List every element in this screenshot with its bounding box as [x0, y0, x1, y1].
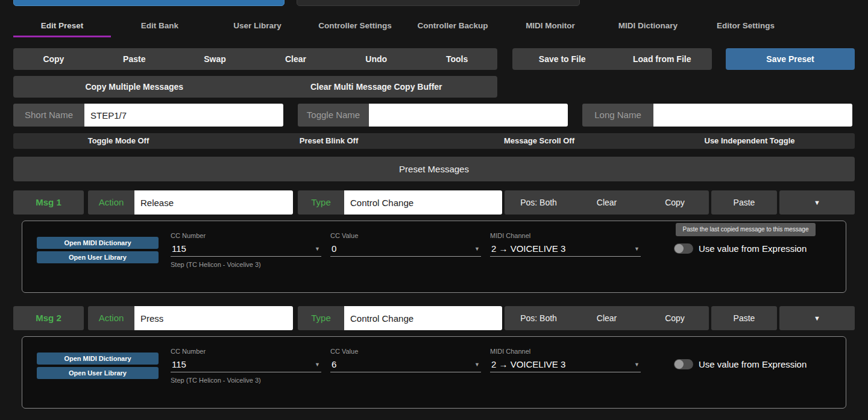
- msg2-expand-button[interactable]: ▼: [779, 306, 855, 330]
- msg1-action-group: Action: [88, 190, 293, 215]
- tab-editor-settings[interactable]: Editor Settings: [697, 16, 794, 37]
- msg1-open-midi-dictionary-button[interactable]: Open MIDI Dictionary: [37, 237, 159, 249]
- msg2-midi-channel-dropdown[interactable]: 2 → VOICELIVE 3 ▼: [490, 357, 641, 372]
- msg2-cc-number-field: CC Number 115 ▼ Step (TC Helicon - Voice…: [171, 348, 321, 384]
- cc-number-caption: Step (TC Helicon - Voicelive 3): [171, 261, 321, 268]
- cc-value-label: CC Value: [330, 232, 481, 239]
- msg2-cc-value-dropdown[interactable]: 6 ▼: [330, 357, 481, 372]
- swap-button[interactable]: Swap: [175, 48, 256, 70]
- preset-messages-header: Preset Messages: [13, 157, 855, 181]
- independent-toggle-button[interactable]: Use Independent Toggle: [644, 133, 855, 149]
- editor-window: Edit Preset Edit Bank User Library Contr…: [0, 0, 868, 420]
- msg2-type-label: Type: [298, 306, 344, 330]
- tab-controller-settings[interactable]: Controller Settings: [306, 16, 404, 37]
- msg1-expression-toggle[interactable]: [674, 243, 693, 254]
- msg2-cc-number-dropdown[interactable]: 115 ▼: [171, 357, 321, 372]
- undo-button[interactable]: Undo: [336, 48, 417, 70]
- msg1-open-user-library-button[interactable]: Open User Library: [37, 251, 159, 263]
- msg1-cc-number-field: CC Number 115 ▼ Step (TC Helicon - Voice…: [171, 232, 321, 268]
- msg1-clear-button[interactable]: Clear: [573, 190, 641, 215]
- msg2-actions-bar: Pos: Both Clear Copy: [505, 306, 709, 330]
- partial-top-blue-button[interactable]: [13, 0, 285, 6]
- save-to-file-button[interactable]: Save to File: [512, 48, 612, 70]
- cc-number-caption: Step (TC Helicon - Voicelive 3): [171, 377, 321, 384]
- msg1-cc-value-dropdown[interactable]: 0 ▼: [330, 241, 481, 257]
- msg2-copy-button[interactable]: Copy: [641, 306, 709, 330]
- name-fields-row: Short Name Toggle Name Long Name: [13, 104, 855, 127]
- toggle-name-input[interactable]: [369, 104, 568, 127]
- msg2-expression-toggle[interactable]: [674, 359, 693, 369]
- message-2-detail-panel: Open MIDI Dictionary Open User Library C…: [22, 336, 846, 409]
- msg2-open-user-library-button[interactable]: Open User Library: [37, 367, 159, 379]
- msg2-open-midi-dictionary-button[interactable]: Open MIDI Dictionary: [37, 353, 159, 365]
- copy-button[interactable]: Copy: [13, 48, 94, 70]
- cc-number-label: CC Number: [171, 232, 321, 239]
- dropdown-caret-icon: ▼: [315, 357, 320, 372]
- msg2-type-input[interactable]: [344, 306, 502, 330]
- expression-toggle-label: Use value from Expression: [699, 243, 807, 255]
- toggle-mode-button[interactable]: Toggle Mode Off: [13, 133, 224, 149]
- msg1-type-label: Type: [298, 190, 344, 215]
- toggle-name-label: Toggle Name: [298, 104, 369, 127]
- load-from-file-button[interactable]: Load from File: [612, 48, 712, 70]
- file-toolbar: Save to File Load from File: [512, 48, 712, 70]
- tab-bar: Edit Preset Edit Bank User Library Contr…: [13, 16, 794, 37]
- msg2-action-group: Action: [88, 306, 293, 330]
- msg2-action-label: Action: [88, 306, 134, 330]
- message-row-1: Msg 1 Action Type Pos: Both Clear Copy P…: [13, 190, 855, 215]
- msg1-actions-bar: Pos: Both Clear Copy: [505, 190, 709, 215]
- short-name-input[interactable]: [84, 104, 283, 127]
- msg1-copy-button[interactable]: Copy: [641, 190, 709, 215]
- toggle-knob: [675, 244, 684, 253]
- msg2-paste-button[interactable]: Paste: [711, 306, 777, 330]
- midi-channel-label: MIDI Channel: [490, 348, 641, 355]
- tab-user-library[interactable]: User Library: [209, 16, 306, 37]
- msg1-paste-button[interactable]: Paste: [711, 190, 777, 215]
- preset-blink-button[interactable]: Preset Blink Off: [224, 133, 434, 149]
- msg2-midi-channel-field: MIDI Channel 2 → VOICELIVE 3 ▼: [490, 348, 641, 372]
- long-name-label: Long Name: [582, 104, 653, 127]
- msg2-type-group: Type: [298, 306, 502, 330]
- clear-button[interactable]: Clear: [255, 48, 336, 70]
- tab-midi-dictionary[interactable]: MIDI Dictionary: [599, 16, 697, 37]
- msg1-expand-button[interactable]: ▼: [779, 190, 855, 215]
- msg1-midi-channel-field: MIDI Channel 2 → VOICELIVE 3 ▼: [490, 232, 641, 257]
- msg2-pos-button[interactable]: Pos: Both: [505, 306, 573, 330]
- tab-midi-monitor[interactable]: MIDI Monitor: [502, 16, 599, 37]
- long-name-input[interactable]: [653, 104, 852, 127]
- short-name-label: Short Name: [13, 104, 84, 127]
- clear-multi-message-buffer-button[interactable]: Clear Multi Message Copy Buffer: [256, 76, 498, 98]
- dropdown-caret-icon: ▼: [634, 357, 640, 372]
- paste-tooltip: Paste the last copied message to this me…: [676, 223, 816, 236]
- msg1-label[interactable]: Msg 1: [13, 190, 84, 215]
- msg2-action-input[interactable]: [134, 306, 293, 330]
- cc-value-label: CC Value: [330, 348, 481, 355]
- msg1-cc-value-field: CC Value 0 ▼: [330, 232, 481, 257]
- preset-toolbar: Copy Paste Swap Clear Undo Tools: [13, 48, 497, 70]
- msg1-action-input[interactable]: [134, 190, 293, 215]
- msg2-clear-button[interactable]: Clear: [573, 306, 641, 330]
- tab-edit-preset[interactable]: Edit Preset: [13, 16, 111, 37]
- msg1-action-label: Action: [88, 190, 134, 215]
- message-scroll-button[interactable]: Message Scroll Off: [434, 133, 644, 149]
- dropdown-caret-icon: ▼: [634, 241, 640, 257]
- tools-button[interactable]: Tools: [417, 48, 497, 70]
- paste-button[interactable]: Paste: [94, 48, 175, 70]
- msg1-pos-button[interactable]: Pos: Both: [505, 190, 573, 215]
- chevron-down-icon: ▼: [814, 315, 820, 322]
- tab-controller-backup[interactable]: Controller Backup: [404, 16, 502, 37]
- cc-number-label: CC Number: [171, 348, 321, 355]
- short-name-group: Short Name: [13, 104, 283, 127]
- msg1-midi-channel-dropdown[interactable]: 2 → VOICELIVE 3 ▼: [490, 241, 641, 257]
- tab-edit-bank[interactable]: Edit Bank: [111, 16, 209, 37]
- copy-multiple-messages-button[interactable]: Copy Multiple Messages: [13, 76, 256, 98]
- dropdown-caret-icon: ▼: [474, 241, 480, 257]
- msg1-type-group: Type: [298, 190, 502, 215]
- msg1-cc-number-dropdown[interactable]: 115 ▼: [171, 241, 321, 257]
- midi-channel-label: MIDI Channel: [490, 232, 641, 239]
- expression-toggle-label: Use value from Expression: [699, 359, 807, 371]
- save-preset-button[interactable]: Save Preset: [726, 48, 855, 70]
- msg1-type-input[interactable]: [344, 190, 502, 215]
- msg2-label[interactable]: Msg 2: [13, 306, 84, 330]
- toggle-name-group: Toggle Name: [298, 104, 568, 127]
